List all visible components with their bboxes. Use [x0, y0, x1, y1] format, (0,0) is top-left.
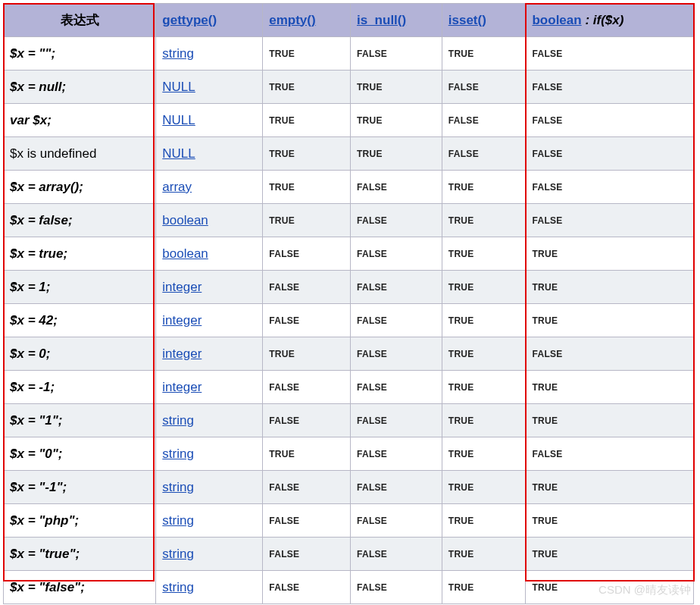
cell-gettype: boolean — [156, 204, 263, 237]
table-row: $x = 42;integerFALSEFALSETRUETRUE — [4, 304, 694, 337]
table-row: $x = "true";stringFALSEFALSETRUETRUE — [4, 538, 694, 571]
table-row: $x = false;booleanTRUEFALSETRUEFALSE — [4, 204, 694, 237]
type-link[interactable]: integer — [162, 380, 202, 394]
gettype-link[interactable]: gettype() — [162, 13, 217, 27]
cell-empty: TRUE — [263, 137, 351, 171]
cell-isset: TRUE — [442, 538, 526, 571]
header-isnull[interactable]: is_null() — [350, 4, 442, 37]
cell-gettype: string — [156, 538, 263, 571]
cell-expression: $x = array(); — [4, 171, 156, 204]
type-link[interactable]: string — [162, 413, 194, 428]
cell-empty: TRUE — [263, 37, 351, 71]
cell-empty: FALSE — [263, 571, 351, 604]
cell-expression: $x = "0"; — [4, 437, 156, 471]
type-link[interactable]: string — [162, 547, 194, 561]
cell-expression: $x = "true"; — [4, 538, 156, 571]
cell-isset: TRUE — [442, 171, 526, 204]
cell-gettype: integer — [156, 371, 263, 404]
cell-gettype: boolean — [156, 237, 263, 271]
cell-empty: FALSE — [263, 404, 351, 437]
boolean-link[interactable]: boolean — [532, 13, 581, 27]
cell-isset: FALSE — [442, 71, 526, 104]
cell-empty: FALSE — [263, 304, 351, 337]
cell-isset: TRUE — [442, 304, 526, 337]
cell-boolean: FALSE — [526, 37, 694, 71]
cell-isset: TRUE — [442, 504, 526, 538]
cell-gettype: string — [156, 571, 263, 604]
type-link[interactable]: boolean — [162, 246, 208, 261]
cell-empty: TRUE — [263, 437, 351, 471]
cell-isnull: FALSE — [350, 237, 442, 271]
table-row: $x = true;booleanFALSEFALSETRUETRUE — [4, 237, 694, 271]
cell-boolean: TRUE — [526, 504, 694, 538]
cell-isnull: FALSE — [350, 37, 442, 71]
cell-isnull: FALSE — [350, 271, 442, 304]
table-row: $x = "-1";stringFALSEFALSETRUETRUE — [4, 471, 694, 504]
type-comparison-table-wrap: 表达式 gettype() empty() is_null() isset() … — [3, 3, 694, 604]
cell-expression: $x is undefined — [4, 137, 156, 171]
cell-isset: TRUE — [442, 271, 526, 304]
type-link[interactable]: integer — [162, 346, 202, 361]
cell-expression: $x = "false"; — [4, 571, 156, 604]
cell-isset: TRUE — [442, 404, 526, 437]
header-isset[interactable]: isset() — [442, 4, 526, 37]
empty-link[interactable]: empty() — [269, 13, 315, 27]
cell-gettype: NULL — [156, 137, 263, 171]
cell-gettype: string — [156, 504, 263, 538]
header-empty[interactable]: empty() — [263, 4, 351, 37]
cell-expression: $x = "1"; — [4, 404, 156, 437]
type-link[interactable]: boolean — [162, 213, 208, 227]
cell-expression: $x = true; — [4, 237, 156, 271]
table-row: $x = "1";stringFALSEFALSETRUETRUE — [4, 404, 694, 437]
cell-expression: $x = 1; — [4, 271, 156, 304]
cell-empty: TRUE — [263, 104, 351, 137]
cell-isnull: FALSE — [350, 571, 442, 604]
cell-isnull: FALSE — [350, 538, 442, 571]
table-row: $x = "false";stringFALSEFALSETRUETRUE — [4, 571, 694, 604]
type-link[interactable]: string — [162, 580, 194, 594]
cell-isnull: FALSE — [350, 371, 442, 404]
cell-empty: FALSE — [263, 471, 351, 504]
type-link[interactable]: string — [162, 447, 194, 461]
type-link[interactable]: string — [162, 480, 194, 494]
table-row: $x = 1;integerFALSEFALSETRUETRUE — [4, 271, 694, 304]
cell-empty: TRUE — [263, 204, 351, 237]
cell-empty: FALSE — [263, 237, 351, 271]
type-link[interactable]: integer — [162, 313, 202, 328]
cell-isnull: TRUE — [350, 71, 442, 104]
table-body: $x = "";stringTRUEFALSETRUEFALSE$x = nul… — [4, 37, 694, 604]
cell-boolean: FALSE — [526, 204, 694, 237]
cell-expression: $x = ""; — [4, 37, 156, 71]
cell-gettype: string — [156, 437, 263, 471]
cell-isset: TRUE — [442, 237, 526, 271]
cell-expression: $x = 0; — [4, 337, 156, 371]
cell-expression: $x = -1; — [4, 371, 156, 404]
cell-isnull: FALSE — [350, 404, 442, 437]
cell-isset: TRUE — [442, 371, 526, 404]
table-header-row: 表达式 gettype() empty() is_null() isset() … — [4, 4, 694, 37]
type-link[interactable]: string — [162, 46, 194, 61]
cell-expression: $x = 42; — [4, 304, 156, 337]
type-link[interactable]: string — [162, 513, 194, 528]
table-row: $x = "php";stringFALSEFALSETRUETRUE — [4, 504, 694, 538]
cell-isnull: FALSE — [350, 204, 442, 237]
header-gettype[interactable]: gettype() — [156, 4, 263, 37]
type-link[interactable]: NULL — [162, 113, 195, 127]
cell-boolean: FALSE — [526, 104, 694, 137]
cell-boolean: FALSE — [526, 337, 694, 371]
header-expression: 表达式 — [4, 4, 156, 37]
type-link[interactable]: NULL — [162, 80, 195, 94]
cell-expression: $x = false; — [4, 204, 156, 237]
cell-expression: $x = "php"; — [4, 504, 156, 538]
cell-empty: TRUE — [263, 171, 351, 204]
isnull-link[interactable]: is_null() — [357, 13, 406, 27]
cell-boolean: FALSE — [526, 437, 694, 471]
table-row: $x = 0;integerTRUEFALSETRUEFALSE — [4, 337, 694, 371]
type-link[interactable]: integer — [162, 280, 202, 294]
cell-empty: FALSE — [263, 538, 351, 571]
type-link[interactable]: array — [162, 180, 192, 194]
cell-boolean: FALSE — [526, 137, 694, 171]
type-link[interactable]: NULL — [162, 146, 195, 161]
cell-empty: FALSE — [263, 271, 351, 304]
isset-link[interactable]: isset() — [448, 13, 486, 27]
